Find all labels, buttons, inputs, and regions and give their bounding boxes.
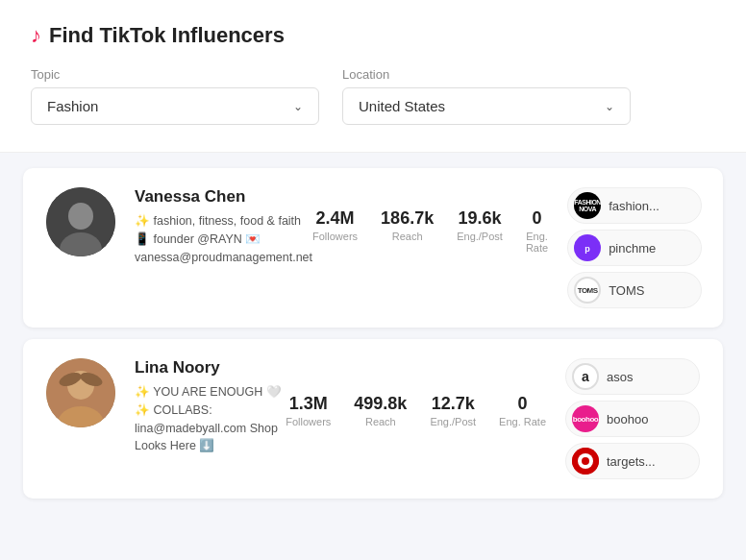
stat-label: Followers: [312, 231, 358, 242]
location-label: Location: [342, 67, 631, 82]
stat-value: 0: [499, 394, 546, 414]
stat-value: 1.3M: [286, 394, 331, 414]
stat-reach: 186.7k Reach: [381, 208, 434, 242]
stat-reach: 499.8k Reach: [354, 394, 407, 427]
topic-filter-group: Topic Fashion ⌄: [31, 67, 319, 125]
influencer-info: Lina Noory ✨ YOU ARE ENOUGH 🤍 ✨ COLLABS:…: [135, 358, 286, 455]
results-list: Vanessa Chen ✨ fashion, fitness, food & …: [0, 153, 746, 514]
brand-item-pinchme[interactable]: p pinchme: [567, 230, 702, 266]
tiktok-icon: ♪: [31, 23, 41, 48]
avatar: [46, 187, 115, 256]
topic-value: Fashion: [47, 98, 98, 114]
brand-logo: [572, 448, 599, 475]
stat-label: Eng. Rate: [499, 416, 546, 427]
brand-logo: boohoo: [572, 405, 599, 432]
svg-point-1: [68, 203, 93, 230]
card-middle: Vanessa Chen ✨ fashion, fitness, food & …: [135, 187, 548, 266]
influencer-bio: ✨ fashion, fitness, food & faith 📱 found…: [135, 212, 312, 266]
brand-item-asos[interactable]: a asos: [565, 358, 700, 395]
stat-value: 0: [526, 208, 548, 229]
brand-name: TOMS: [609, 283, 644, 298]
page-title: ♪ Find TikTok Influencers: [31, 23, 715, 48]
brands-list: FASHIONNOVA fashion... p pinchme TOMS TO…: [567, 187, 702, 308]
stat-eng-post: 12.7k Eng./Post: [430, 394, 476, 427]
topic-label: Topic: [31, 67, 319, 82]
brand-name: targets...: [607, 454, 656, 469]
location-value: United States: [359, 98, 445, 114]
chevron-down-icon: ⌄: [293, 100, 303, 113]
influencer-card-lina: Lina Noory ✨ YOU ARE ENOUGH 🤍 ✨ COLLABS:…: [23, 339, 723, 499]
stat-eng-rate: 0 Eng. Rate: [526, 208, 548, 254]
stat-value: 19.6k: [457, 208, 503, 229]
stat-eng-rate: 0 Eng. Rate: [499, 394, 546, 427]
avatar: [46, 358, 115, 427]
stat-label: Reach: [354, 416, 407, 427]
brand-item-fashion-nova[interactable]: FASHIONNOVA fashion...: [567, 187, 702, 224]
brand-name: pinchme: [609, 241, 656, 256]
influencer-name: Vanessa Chen: [135, 187, 312, 207]
stat-value: 499.8k: [354, 394, 407, 414]
influencer-bio: ✨ YOU ARE ENOUGH 🤍 ✨ COLLABS: lina@madeb…: [135, 383, 286, 455]
header: ♪ Find TikTok Influencers Topic Fashion …: [0, 0, 746, 153]
stat-value: 12.7k: [430, 394, 476, 414]
brand-name: fashion...: [609, 199, 659, 213]
stat-value: 2.4M: [312, 208, 358, 229]
brand-logo: FASHIONNOVA: [574, 192, 601, 219]
influencer-name: Lina Noory: [135, 358, 286, 377]
brand-logo: a: [572, 363, 599, 390]
brands-list: a asos boohoo boohoo targets...: [565, 358, 700, 479]
brand-logo: p: [574, 234, 601, 261]
stats-row: 2.4M Followers 186.7k Reach 19.6k Eng./P…: [312, 201, 548, 254]
topic-select[interactable]: Fashion ⌄: [31, 87, 319, 125]
influencer-card-vanessa: Vanessa Chen ✨ fashion, fitness, food & …: [23, 168, 723, 328]
brand-name: boohoo: [607, 412, 648, 426]
stat-followers: 1.3M Followers: [286, 394, 331, 427]
location-select[interactable]: United States ⌄: [342, 87, 631, 125]
card-middle: Lina Noory ✨ YOU ARE ENOUGH 🤍 ✨ COLLABS:…: [135, 358, 546, 455]
stat-label: Eng./Post: [457, 231, 503, 242]
stat-followers: 2.4M Followers: [312, 208, 358, 242]
influencer-info: Vanessa Chen ✨ fashion, fitness, food & …: [135, 187, 312, 266]
brand-logo: TOMS: [574, 277, 601, 304]
stat-eng-post: 19.6k Eng./Post: [457, 208, 503, 242]
brand-item-toms[interactable]: TOMS TOMS: [567, 272, 702, 308]
chevron-down-icon: ⌄: [605, 100, 614, 113]
stat-label: Followers: [286, 416, 331, 427]
location-filter-group: Location United States ⌄: [342, 67, 631, 125]
filters-row: Topic Fashion ⌄ Location United States ⌄: [31, 67, 715, 125]
stat-label: Eng./Post: [430, 416, 476, 427]
stats-row: 1.3M Followers 499.8k Reach 12.7k Eng./P…: [286, 386, 546, 427]
stat-label: Eng. Rate: [526, 231, 548, 254]
brand-item-boohoo[interactable]: boohoo boohoo: [565, 401, 700, 437]
stat-label: Reach: [381, 231, 434, 242]
brand-name: asos: [607, 370, 633, 384]
stat-value: 186.7k: [381, 208, 434, 229]
svg-text:p: p: [584, 244, 590, 254]
svg-point-12: [582, 457, 589, 465]
brand-item-target[interactable]: targets...: [565, 443, 700, 479]
